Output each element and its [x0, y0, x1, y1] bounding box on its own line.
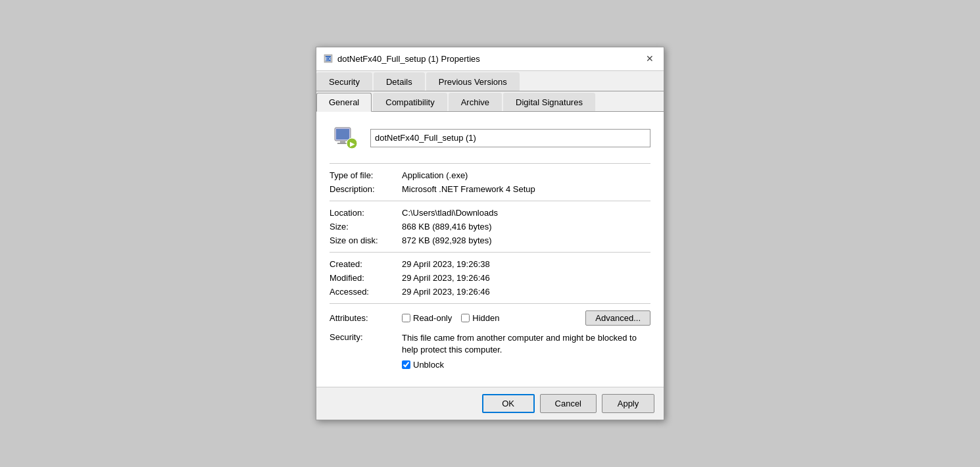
- accessed-value: 29 April 2023, 19:26:46: [402, 287, 490, 297]
- file-icon: ▶: [330, 122, 361, 154]
- security-content: This file came from another computer and…: [402, 332, 650, 370]
- file-header: ▶: [330, 122, 650, 154]
- ok-button[interactable]: OK: [482, 394, 535, 413]
- security-label: Security:: [330, 332, 402, 342]
- separator-1: [330, 163, 650, 164]
- created-value: 29 April 2023, 19:26:38: [402, 259, 490, 269]
- accessed-label: Accessed:: [330, 287, 402, 297]
- size-label: Size:: [330, 222, 402, 232]
- cancel-button[interactable]: Cancel: [540, 394, 597, 413]
- svg-text:EX: EX: [325, 57, 331, 61]
- unblock-label: Unblock: [413, 360, 444, 370]
- properties-dialog: EX dotNetFx40_Full_setup (1) Properties …: [316, 47, 664, 420]
- readonly-label: Read-only: [413, 313, 452, 323]
- separator-4: [330, 303, 650, 304]
- title-bar: EX dotNetFx40_Full_setup (1) Properties …: [316, 47, 664, 71]
- accessed-row: Accessed: 29 April 2023, 19:26:46: [330, 287, 650, 297]
- advanced-button[interactable]: Advanced...: [585, 310, 650, 326]
- unblock-row: Unblock: [402, 360, 650, 370]
- exe-icon-svg: ▶: [332, 125, 358, 151]
- tab-previous-versions[interactable]: Previous Versions: [426, 72, 520, 91]
- tab-digital-signatures[interactable]: Digital Signatures: [503, 93, 595, 111]
- hidden-label: Hidden: [472, 313, 499, 323]
- svg-rect-4: [336, 129, 349, 139]
- title-icon: EX: [323, 53, 333, 64]
- location-row: Location: C:\Users\tladi\Downloads: [330, 208, 650, 218]
- tab-details[interactable]: Details: [374, 72, 425, 91]
- size-row: Size: 868 KB (889,416 bytes): [330, 222, 650, 232]
- attributes-row: Attributes: Read-only Hidden Advanced...: [330, 310, 650, 326]
- created-row: Created: 29 April 2023, 19:26:38: [330, 259, 650, 269]
- readonly-checkbox-label[interactable]: Read-only: [402, 313, 452, 323]
- title-bar-left: EX dotNetFx40_Full_setup (1) Properties: [323, 53, 480, 64]
- type-of-file-row: Type of file: Application (.exe): [330, 170, 650, 180]
- type-of-file-label: Type of file:: [330, 170, 402, 180]
- tabs-row2: General Compatibility Archive Digital Si…: [316, 91, 664, 112]
- svg-text:▶: ▶: [350, 141, 355, 147]
- description-row: Description: Microsoft .NET Framework 4 …: [330, 184, 650, 194]
- size-value: 868 KB (889,416 bytes): [402, 222, 492, 232]
- security-row: Security: This file came from another co…: [330, 332, 650, 370]
- attributes-label: Attributes:: [330, 313, 402, 323]
- svg-rect-5: [340, 141, 345, 143]
- created-label: Created:: [330, 259, 402, 269]
- size-on-disk-label: Size on disk:: [330, 235, 402, 245]
- description-label: Description:: [330, 184, 402, 194]
- separator-2: [330, 201, 650, 201]
- description-value: Microsoft .NET Framework 4 Setup: [402, 184, 535, 194]
- hidden-checkbox-label[interactable]: Hidden: [461, 313, 499, 323]
- type-of-file-value: Application (.exe): [402, 170, 468, 180]
- modified-value: 29 April 2023, 19:26:46: [402, 273, 490, 283]
- modified-row: Modified: 29 April 2023, 19:26:46: [330, 273, 650, 283]
- location-value: C:\Users\tladi\Downloads: [402, 208, 498, 218]
- tab-general[interactable]: General: [316, 93, 372, 112]
- size-on-disk-row: Size on disk: 872 KB (892,928 bytes): [330, 235, 650, 245]
- file-name-input[interactable]: [370, 129, 650, 147]
- content-area: ▶ Type of file: Application (.exe) Descr…: [316, 112, 664, 387]
- tabs-row1: Security Details Previous Versions: [316, 71, 664, 91]
- tab-archive[interactable]: Archive: [449, 93, 502, 111]
- unblock-checkbox[interactable]: [402, 360, 410, 369]
- close-button[interactable]: ✕: [643, 51, 657, 66]
- footer: OK Cancel Apply: [316, 387, 664, 420]
- tab-compatibility[interactable]: Compatibility: [373, 93, 447, 111]
- location-label: Location:: [330, 208, 402, 218]
- separator-3: [330, 252, 650, 253]
- hidden-checkbox[interactable]: [461, 314, 470, 322]
- readonly-checkbox[interactable]: [402, 314, 410, 322]
- tab-security[interactable]: Security: [316, 72, 372, 91]
- attributes-controls: Read-only Hidden Advanced...: [402, 310, 650, 326]
- apply-button[interactable]: Apply: [602, 394, 654, 413]
- modified-label: Modified:: [330, 273, 402, 283]
- security-message: This file came from another computer and…: [402, 332, 650, 356]
- dialog-title: dotNetFx40_Full_setup (1) Properties: [337, 54, 480, 64]
- size-on-disk-value: 872 KB (892,928 bytes): [402, 235, 492, 245]
